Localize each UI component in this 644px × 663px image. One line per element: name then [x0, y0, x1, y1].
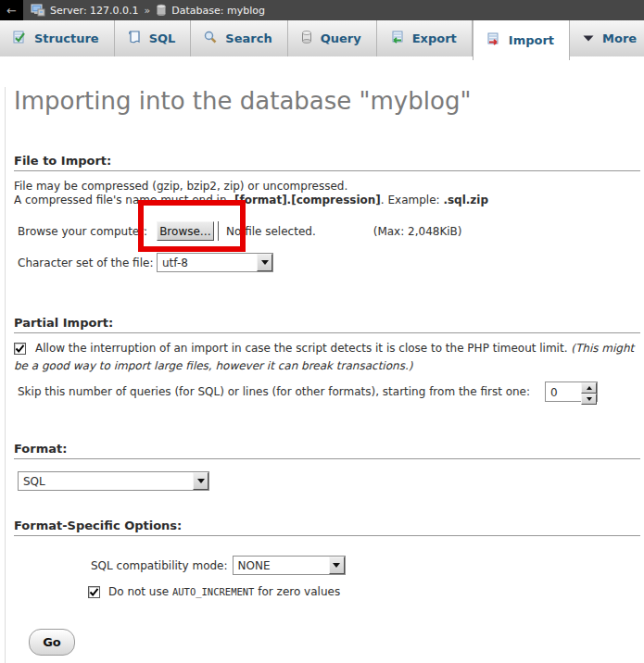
compression-note-line1: File may be compressed (gzip, bzip2, zip… [14, 180, 641, 194]
allow-interruption-checkbox[interactable] [14, 343, 26, 355]
check-icon [89, 587, 99, 597]
file-import-heading: File to Import: [14, 154, 640, 171]
tab-sql[interactable]: SQL [115, 20, 192, 56]
tab-export[interactable]: Export [377, 20, 473, 56]
auto-increment-text: Do not use AUTO_INCREMENT for zero value… [108, 585, 340, 598]
file-input-divider [218, 221, 219, 241]
back-arrow-icon: ← [6, 4, 17, 18]
max-size-note: (Max: 2,048KiB) [373, 225, 462, 238]
partial-import-heading: Partial Import: [14, 316, 640, 333]
dropdown-arrow-icon[interactable] [329, 557, 345, 574]
tab-import-label: Import [509, 33, 554, 47]
auto-increment-row: Do not use AUTO_INCREMENT for zero value… [88, 585, 641, 598]
tab-more[interactable]: More [570, 20, 644, 56]
auto-increment-code: AUTO_INCREMENT [172, 586, 255, 597]
database-icon [156, 4, 167, 17]
export-icon [389, 30, 405, 47]
tab-export-label: Export [412, 31, 457, 45]
phpmyadmin-window: ← Server: 127.0.0.1 » Database: myblog [0, 0, 644, 663]
structure-icon [12, 30, 27, 47]
server-icon [31, 4, 45, 18]
main-content: Importing into the database "myblog" Fil… [5, 87, 644, 663]
tab-query-label: Query [321, 31, 361, 45]
search-icon [203, 30, 218, 47]
skip-queries-input[interactable]: 0 [545, 382, 598, 402]
dropdown-arrow-icon[interactable] [193, 472, 208, 490]
sql-compatibility-row: SQL compatibility mode: NONE [91, 556, 641, 575]
file-import-notes: File may be compressed (gzip, bzip2, zip… [14, 180, 641, 207]
tab-search-label: Search [225, 31, 271, 45]
query-icon [300, 30, 313, 47]
check-icon [15, 344, 25, 354]
go-button[interactable]: Go [29, 629, 75, 656]
format-select[interactable]: SQL [18, 471, 209, 491]
chevron-down-icon [582, 32, 595, 45]
charset-select[interactable]: utf-8 [157, 253, 273, 272]
sql-compatibility-value: NONE [234, 557, 329, 574]
skip-queries-label: Skip this number of queries (for SQL) or… [18, 385, 530, 398]
sql-compatibility-select[interactable]: NONE [233, 556, 346, 575]
tab-search[interactable]: Search [191, 20, 287, 56]
skip-queries-value: 0 [546, 382, 581, 401]
back-button[interactable]: ← [0, 0, 23, 20]
allow-interruption-text: Allow the interruption of an import in c… [35, 342, 571, 355]
auto-increment-checkbox[interactable] [88, 586, 100, 598]
allow-interruption-paragraph: Allow the interruption of an import in c… [14, 340, 641, 375]
format-specific-heading: Format-Specific Options: [14, 519, 640, 536]
browse-button[interactable]: Browse… [157, 221, 214, 241]
breadcrumb: ← Server: 127.0.0.1 » Database: myblog [0, 0, 644, 20]
charset-row: Character set of the file: utf-8 [18, 253, 641, 272]
tab-import[interactable]: Import [473, 20, 570, 60]
dropdown-arrow-icon[interactable] [257, 254, 272, 271]
browse-label: Browse your computer: [18, 225, 157, 238]
compression-note-line2: A compressed file's name must end in .[f… [14, 194, 641, 207]
format-heading: Format: [14, 442, 640, 459]
tab-more-label: More [602, 31, 637, 45]
tab-bar: Structure SQL Search [0, 20, 644, 56]
breadcrumb-separator: » [144, 5, 152, 17]
sql-compatibility-label: SQL compatibility mode: [91, 559, 228, 572]
tab-structure[interactable]: Structure [0, 20, 115, 56]
no-file-selected-text: No file selected. [226, 225, 316, 238]
spinner-up-button[interactable] [581, 382, 597, 394]
spinner-down-button[interactable] [581, 394, 597, 405]
tab-query[interactable]: Query [288, 20, 377, 56]
tab-structure-label: Structure [34, 31, 99, 45]
breadcrumb-database-link[interactable]: Database: myblog [171, 5, 265, 17]
browse-row: Browse your computer: Browse… No file se… [18, 221, 641, 241]
tab-sql-label: SQL [149, 31, 176, 45]
spinner-buttons [581, 382, 597, 401]
import-icon [486, 31, 501, 49]
breadcrumb-server-link[interactable]: Server: 127.0.0.1 [50, 5, 139, 17]
sql-icon [127, 30, 142, 47]
charset-select-value: utf-8 [158, 254, 257, 271]
charset-label: Character set of the file: [18, 256, 157, 269]
skip-queries-row: Skip this number of queries (for SQL) or… [18, 382, 641, 402]
format-select-value: SQL [19, 472, 193, 490]
page-title: Importing into the database "myblog" [14, 87, 641, 115]
